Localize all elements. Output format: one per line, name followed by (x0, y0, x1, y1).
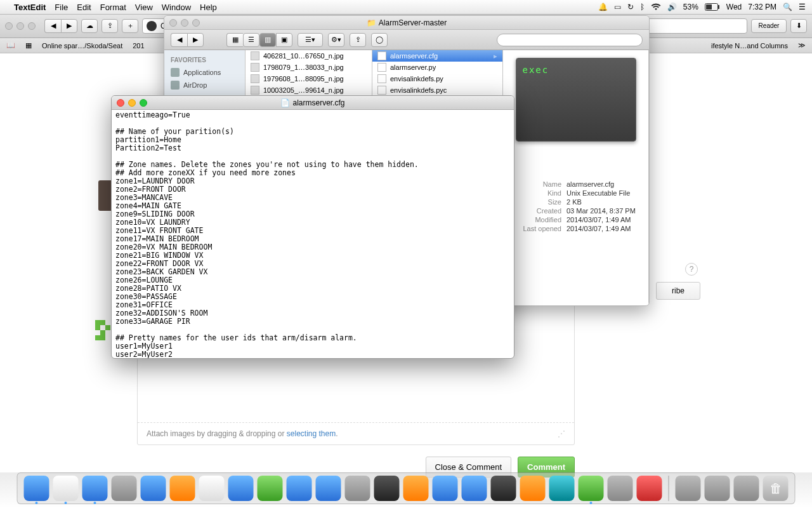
dock-app4[interactable] (549, 476, 575, 501)
bookmark-item[interactable]: Online spar…/Skoda/Seat (42, 42, 122, 50)
icloud-button[interactable]: ☁ (81, 19, 98, 33)
image-icon (251, 74, 259, 83)
dock-teamspeak[interactable] (462, 476, 487, 501)
dock-safari[interactable] (82, 476, 108, 501)
dock-calendar[interactable] (199, 476, 225, 501)
app-menu[interactable]: TextEdit (14, 3, 46, 12)
dock-app3[interactable] (520, 476, 546, 501)
notifications-icon[interactable]: ☰ (799, 3, 806, 11)
sidebar-applications[interactable]: Applications (164, 66, 245, 79)
dock-app1[interactable] (433, 476, 458, 501)
view-list-button[interactable]: ☰ (243, 33, 259, 47)
sidebar-header: FAVORITES (164, 55, 245, 66)
file-row[interactable]: 406281_10…67650_n.jpg (246, 50, 372, 62)
textedit-titlebar[interactable]: 📄 alarmserver.cfg (112, 96, 514, 110)
dock-launchpad[interactable] (112, 476, 137, 501)
textedit-minimize-icon[interactable] (128, 99, 136, 107)
bookmarks-icon[interactable]: 📖 (6, 41, 15, 50)
action-button[interactable]: ⚙▾ (328, 33, 344, 47)
bookmark-item[interactable]: 201 (133, 42, 144, 50)
menu-file[interactable]: File (55, 3, 68, 12)
finder-minimize-icon[interactable] (181, 19, 188, 27)
dock-utorrent[interactable] (579, 476, 604, 501)
safari-close-icon[interactable] (5, 22, 13, 30)
resize-handle-icon[interactable]: ⋰ (558, 429, 565, 438)
safari-zoom-icon[interactable] (28, 22, 36, 30)
downloads-button[interactable]: ⬇ (790, 19, 807, 33)
battery-icon[interactable] (705, 3, 720, 11)
menu-format[interactable]: Format (100, 3, 126, 12)
reader-button[interactable]: Reader (751, 19, 787, 33)
timemachine-icon[interactable]: ↻ (627, 3, 634, 11)
add-button[interactable]: ＋ (122, 19, 138, 33)
dock-appstore[interactable] (316, 476, 341, 501)
finder-titlebar[interactable]: 📁 AlarmServer-master (164, 16, 649, 30)
dock-itunes[interactable] (287, 476, 312, 501)
dock-app2[interactable] (491, 476, 516, 501)
clock-day[interactable]: Wed (726, 3, 742, 11)
topsites-icon[interactable]: ▦ (25, 41, 32, 50)
file-row[interactable]: alarmserver.py (372, 62, 502, 73)
subscribe-button[interactable]: ribe (656, 282, 700, 300)
dock-folder1[interactable] (676, 476, 701, 501)
dock-messages[interactable] (228, 476, 254, 501)
dock-facetime[interactable] (258, 476, 283, 501)
bookmark-item[interactable]: ifestyle N…and Columns (711, 42, 788, 50)
file-row[interactable]: envisalinkdefs.py (372, 73, 502, 84)
textedit-title: alarmserver.cfg (292, 98, 344, 107)
folder-icon: 📁 (367, 18, 376, 27)
dock-trash[interactable]: 🗑 (763, 476, 789, 501)
file-row[interactable]: 10003205_…99614_n.jpg (246, 84, 372, 96)
selecting-them-link[interactable]: selecting them (287, 429, 336, 438)
dock-finder[interactable] (24, 476, 49, 501)
file-row[interactable]: 1798079_1…38033_n.jpg (246, 62, 372, 73)
menu-help[interactable]: Help (200, 3, 217, 12)
finder-zoom-icon[interactable] (192, 19, 200, 27)
file-row[interactable]: 1979608_1…88095_n.jpg (246, 73, 372, 84)
menu-edit[interactable]: Edit (77, 3, 91, 12)
bluetooth-icon[interactable]: ᛒ (640, 3, 645, 11)
textedit-close-icon[interactable] (117, 99, 124, 107)
dock-chrome[interactable] (53, 476, 79, 501)
share-finder-button[interactable]: ⇪ (350, 33, 366, 47)
finder-search-input[interactable] (497, 34, 643, 46)
dock-cydia[interactable] (374, 476, 400, 501)
svg-rect-2 (706, 4, 712, 10)
wifi-icon[interactable] (651, 3, 661, 11)
bookmarks-overflow-icon[interactable]: ≫ (798, 41, 806, 50)
back-button[interactable]: ◀ (44, 19, 61, 33)
notification-center-icon[interactable]: 🔔 (598, 3, 608, 11)
dock-plex[interactable] (403, 476, 429, 501)
finder-close-icon[interactable] (169, 19, 177, 27)
menu-view[interactable]: View (135, 3, 153, 12)
textedit-content[interactable]: eventtimeago=True ## Name of your pariti… (112, 110, 514, 358)
dock-adobe[interactable] (637, 476, 662, 501)
safari-minimize-icon[interactable] (16, 22, 24, 30)
dock-folder2[interactable] (705, 476, 730, 501)
dock-preferences[interactable] (345, 476, 370, 501)
tags-button[interactable]: ◯ (371, 33, 388, 47)
sidebar-airdrop[interactable]: AirDrop (164, 79, 245, 91)
help-icon[interactable]: ? (685, 263, 698, 276)
finder-back-button[interactable]: ◀ (171, 33, 187, 47)
file-row-selected[interactable]: alarmserver.cfg▸ (372, 50, 502, 62)
spotlight-icon[interactable]: 🔍 (783, 3, 792, 11)
finder-forward-button[interactable]: ▶ (187, 33, 204, 47)
view-columns-button[interactable]: ▥ (259, 33, 276, 47)
view-icons-button[interactable]: ▦ (226, 33, 243, 47)
dock-app5[interactable] (608, 476, 633, 501)
file-row[interactable]: envisalinkdefs.pyc (372, 84, 502, 96)
file-icon (377, 51, 386, 60)
share-button[interactable]: ⇪ (102, 19, 118, 33)
dock-contacts[interactable] (170, 476, 195, 501)
volume-icon[interactable]: 🔊 (667, 3, 677, 11)
forward-button[interactable]: ▶ (61, 19, 77, 33)
dock-mail[interactable] (141, 476, 166, 501)
textedit-zoom-icon[interactable] (140, 99, 147, 107)
view-coverflow-button[interactable]: ▣ (276, 33, 292, 47)
dock-folder3[interactable] (734, 476, 759, 501)
clock-time[interactable]: 7:32 PM (748, 3, 776, 11)
arrange-button[interactable]: ☰▾ (298, 33, 323, 47)
menu-window[interactable]: Window (162, 3, 191, 12)
airplay-icon[interactable]: ▭ (614, 3, 621, 11)
